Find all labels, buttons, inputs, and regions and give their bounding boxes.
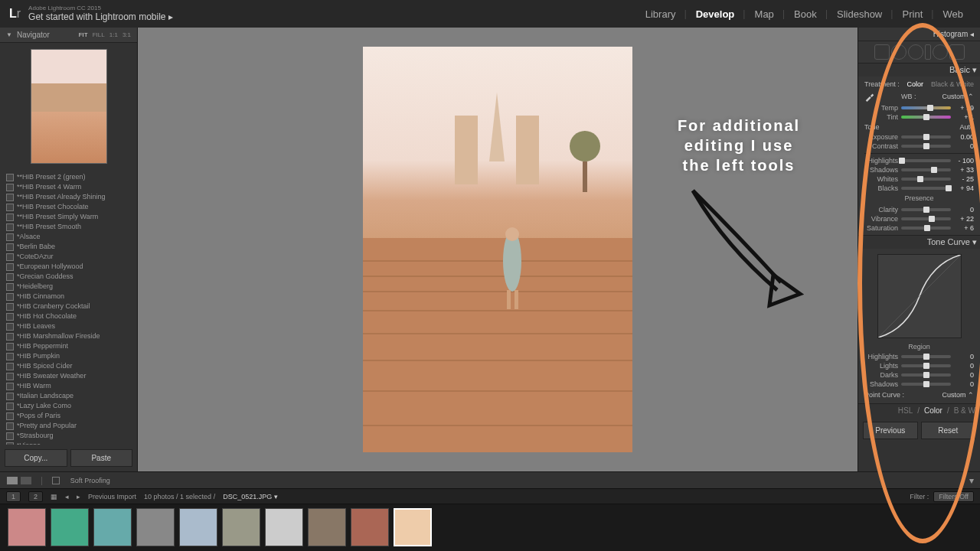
basic-header[interactable]: Basic ▾	[858, 64, 980, 77]
shadows-slider[interactable]: Shadows 0	[864, 380, 974, 389]
grid-icon[interactable]: ▦	[51, 493, 57, 500]
filmstrip-thumb[interactable]	[51, 508, 89, 546]
toolbar-dropdown-icon[interactable]: ▾	[969, 475, 974, 486]
module-book[interactable]: Book	[786, 0, 825, 28]
preset-item[interactable]: **HIB Preset Already Shining	[3, 191, 134, 201]
preset-item[interactable]: *HIB Marshmallow Fireside	[3, 331, 134, 341]
module-web[interactable]: Web	[936, 0, 972, 28]
blacks-slider[interactable]: Blacks + 94	[864, 184, 974, 193]
zoom-1to1[interactable]: 1:1	[109, 31, 118, 38]
preset-item[interactable]: *HIB Cranberry Cocktail	[3, 301, 134, 311]
soft-proof-checkbox[interactable]	[52, 477, 60, 484]
crop-tool-icon[interactable]	[874, 44, 890, 60]
clarity-slider[interactable]: Clarity 0	[864, 205, 974, 214]
temp-slider[interactable]: Temp + 19	[864, 103, 974, 112]
color-tab[interactable]: Color	[924, 406, 942, 415]
preset-item[interactable]: *HIB Warm	[3, 380, 134, 390]
highlights-slider[interactable]: Highlights 0	[864, 352, 974, 361]
preset-item[interactable]: *Grecian Goddess	[3, 271, 134, 281]
filmstrip-thumb[interactable]	[222, 508, 260, 546]
preset-item[interactable]: *Pretty and Popular	[3, 420, 134, 430]
saturation-slider[interactable]: Saturation + 6	[864, 223, 974, 233]
preset-item[interactable]: *HIB Sweater Weather	[3, 370, 134, 380]
nav-fwd-icon[interactable]: ▸	[77, 493, 80, 500]
wb-dropdown[interactable]: Custom ⌃	[942, 93, 974, 100]
radial-tool-icon[interactable]	[933, 44, 948, 60]
canvas[interactable]: For additional editing I use the left to…	[138, 28, 858, 471]
preset-item[interactable]: *Pops of Paris	[3, 410, 134, 420]
histogram-header[interactable]: Histogram ◂	[858, 28, 980, 41]
contrast-slider[interactable]: Contrast 0	[864, 142, 974, 151]
filmstrip-thumb[interactable]	[265, 508, 303, 546]
preset-item[interactable]: **HIB Preset Smooth	[3, 221, 134, 231]
auto-tone-button[interactable]: Auto	[959, 123, 974, 131]
treatment-bw[interactable]: Black & White	[931, 80, 974, 88]
preset-item[interactable]: *HIB Pumpkin	[3, 350, 134, 360]
spot-tool-icon[interactable]	[891, 44, 906, 60]
preset-item[interactable]: *European Hollywood	[3, 261, 134, 271]
darks-slider[interactable]: Darks 0	[864, 370, 974, 380]
source-label[interactable]: Previous Import	[88, 493, 136, 500]
preset-item[interactable]: *Lazy Lake Como	[3, 400, 134, 410]
preset-item[interactable]: **HIB Preset 4 Warm	[3, 181, 134, 191]
preset-item[interactable]: **HIB Preset Chocolate	[3, 201, 134, 211]
tone-curve-graph[interactable]	[877, 254, 962, 338]
zoom-fill[interactable]: FILL	[93, 31, 105, 38]
loupe-view-icon[interactable]	[6, 476, 18, 485]
filmstrip-thumb[interactable]	[394, 508, 432, 546]
vibrance-slider[interactable]: Vibrance + 22	[864, 214, 974, 223]
preset-item[interactable]: *HIB Leaves	[3, 321, 134, 331]
preset-item[interactable]: *Vienna	[3, 440, 134, 445]
filmstrip-thumb[interactable]	[179, 508, 217, 546]
filmstrip[interactable]	[0, 504, 980, 549]
eyedropper-icon[interactable]	[864, 91, 875, 102]
hsl-tab[interactable]: HSL	[898, 406, 913, 415]
highlights-slider[interactable]: Highlights - 100	[864, 156, 974, 165]
bw-tab[interactable]: B & W	[954, 406, 975, 415]
preset-item[interactable]: *Heidelberg	[3, 281, 134, 291]
compare-view-icon[interactable]	[20, 476, 32, 485]
secondary-monitor-icon[interactable]: 2	[28, 491, 43, 502]
preset-item[interactable]: *HIB Hot Chocolate	[3, 311, 134, 321]
module-map[interactable]: Map	[747, 0, 782, 28]
brush-tool-icon[interactable]	[949, 44, 965, 60]
primary-monitor-icon[interactable]: 1	[6, 491, 21, 502]
tint-slider[interactable]: Tint + 1	[864, 112, 974, 122]
pointcurve-dropdown[interactable]: Custom ⌃	[942, 391, 974, 399]
preset-item[interactable]: **HIB Preset 2 (green)	[3, 171, 134, 181]
preset-item[interactable]: *Strasbourg	[3, 430, 134, 440]
preset-item[interactable]: *Berlin Babe	[3, 241, 134, 251]
filmstrip-thumb[interactable]	[136, 508, 175, 546]
tonecurve-header[interactable]: Tone Curve ▾	[858, 236, 980, 249]
filmstrip-thumb[interactable]	[93, 508, 132, 546]
hsl-header[interactable]: HSL / Color / B & W	[858, 404, 980, 417]
gradient-tool-icon[interactable]	[925, 44, 931, 60]
redeye-tool-icon[interactable]	[908, 44, 923, 60]
preset-item[interactable]: *Italian Landscape	[3, 390, 134, 400]
reset-button[interactable]: Reset	[921, 422, 976, 439]
preset-item[interactable]: *HIB Spiced Cider	[3, 360, 134, 370]
shadows-slider[interactable]: Shadows + 33	[864, 165, 974, 174]
preset-item[interactable]: *HIB Cinnamon	[3, 291, 134, 301]
filename-dropdown[interactable]: DSC_0521.JPG ▾	[223, 493, 278, 500]
main-photo[interactable]	[363, 47, 632, 452]
getting-started-link[interactable]: Get started with Lightroom mobile ▸	[28, 12, 173, 22]
lights-slider[interactable]: Lights 0	[864, 361, 974, 370]
treatment-color[interactable]: Color	[906, 80, 923, 88]
previous-button[interactable]: Previous	[863, 422, 918, 439]
navigator-preview[interactable]	[31, 49, 107, 164]
module-print[interactable]: Print	[895, 0, 931, 28]
preset-item[interactable]: *CoteDAzur	[3, 251, 134, 261]
filmstrip-thumb[interactable]	[308, 508, 346, 546]
module-develop[interactable]: Develop	[688, 0, 743, 28]
module-library[interactable]: Library	[638, 0, 684, 28]
preset-item[interactable]: *HIB Peppermint	[3, 341, 134, 350]
paste-button[interactable]: Paste	[70, 449, 133, 467]
filmstrip-thumb[interactable]	[351, 508, 389, 546]
exposure-slider[interactable]: Exposure 0.00	[864, 132, 974, 142]
module-slideshow[interactable]: Slideshow	[829, 0, 890, 28]
copy-button[interactable]: Copy...	[5, 449, 67, 467]
zoom-3to1[interactable]: 3:1	[122, 31, 131, 38]
preset-item[interactable]: **HIB Preset Simply Warm	[3, 211, 134, 221]
navigator-header[interactable]: ▼ Navigator FIT FILL 1:1 3:1	[0, 28, 137, 43]
